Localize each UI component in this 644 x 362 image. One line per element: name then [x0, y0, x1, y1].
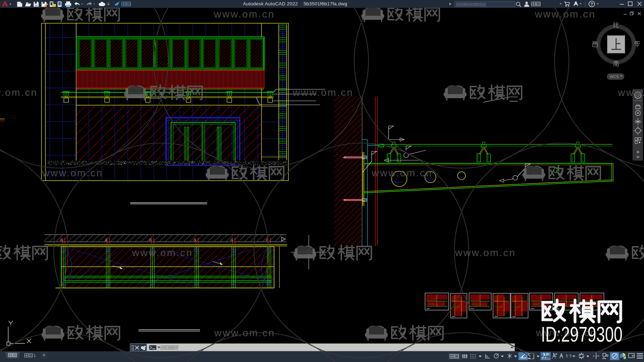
svg-text:www.om.cn: www.om.cn [292, 87, 353, 98]
svg-text:www.om.cn: www.om.cn [455, 247, 516, 258]
svg-text:www.om.cn: www.om.cn [214, 9, 275, 20]
svg-text:www.om.cn: www.om.cn [0, 87, 38, 98]
svg-text:www.om.cn: www.om.cn [371, 167, 433, 178]
svg-text:www.om.cn: www.om.cn [536, 327, 597, 338]
svg-text:www.om.cn: www.om.cn [132, 247, 193, 258]
svg-text:www.om.cn: www.om.cn [618, 87, 644, 98]
svg-text:www.om.cn: www.om.cn [214, 327, 275, 338]
svg-text:www.om.cn: www.om.cn [535, 9, 596, 20]
svg-text:www.om.cn: www.om.cn [42, 167, 103, 178]
svg-text:?: ? [590, 2, 593, 7]
